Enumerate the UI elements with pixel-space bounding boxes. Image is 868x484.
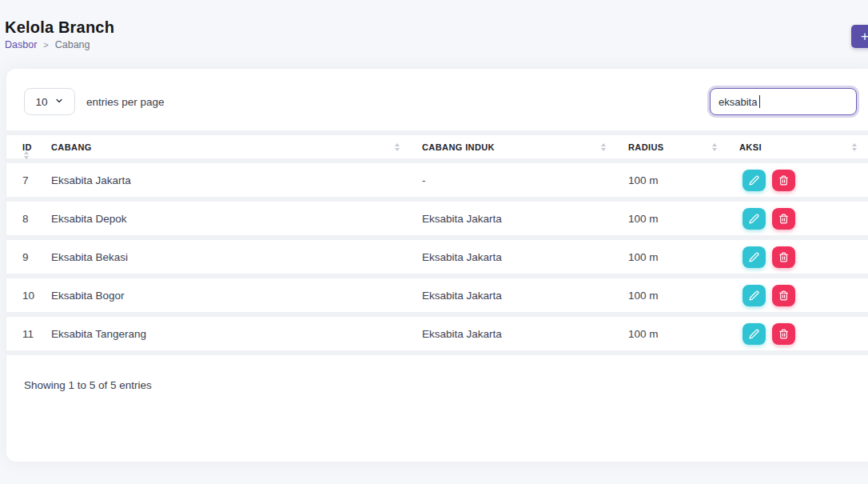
- table-body: 7 Eksabita Jakarta - 100 m 8 Eksabita De…: [6, 161, 868, 353]
- table-row: 7 Eksabita Jakarta - 100 m: [6, 161, 868, 199]
- branch-table: ID CABANG CABANG INDUK RADIUS AKSI: [6, 130, 868, 355]
- entries-per-page-label: entries per page: [86, 88, 165, 115]
- sort-arrows-icon: [24, 151, 29, 159]
- column-label-cabang: CABANG: [51, 142, 92, 152]
- cell-cabang-induk: Eksabita Jakarta: [422, 238, 628, 276]
- column-label-aksi: AKSI: [739, 142, 762, 152]
- column-header-cabang[interactable]: CABANG: [51, 133, 422, 161]
- cell-actions: [739, 314, 868, 353]
- plus-icon: +: [861, 29, 868, 44]
- entries-per-page-select[interactable]: 10: [24, 88, 75, 115]
- cell-id: 10: [6, 276, 51, 314]
- delete-button[interactable]: [772, 285, 795, 306]
- pencil-icon: [749, 329, 759, 339]
- cell-cabang: Eksabita Bekasi: [51, 238, 422, 276]
- search-wrapper: [710, 88, 857, 115]
- sort-arrows-icon: [395, 143, 400, 151]
- pencil-icon: [749, 290, 759, 301]
- sort-arrows-icon: [852, 143, 857, 151]
- sort-arrows-icon: [601, 143, 606, 151]
- edit-button[interactable]: [743, 323, 766, 345]
- branch-table-card: 10 entries per page ID CABANG: [6, 69, 868, 462]
- cell-id: 8: [6, 199, 51, 238]
- trash-icon: [778, 252, 789, 262]
- pencil-icon: [749, 175, 759, 186]
- add-branch-button[interactable]: +: [851, 25, 868, 48]
- pencil-icon: [749, 252, 759, 262]
- trash-icon: [778, 290, 789, 301]
- column-label-id: ID: [22, 142, 32, 152]
- cell-radius: 100 m: [628, 238, 739, 276]
- cell-cabang-induk: -: [422, 161, 628, 199]
- cell-radius: 100 m: [628, 161, 739, 199]
- table-header: ID CABANG CABANG INDUK RADIUS AKSI: [6, 133, 868, 161]
- cell-cabang-induk: Eksabita Jakarta: [422, 276, 628, 314]
- breadcrumb: Dasbor > Cabang: [5, 39, 868, 50]
- delete-button[interactable]: [772, 246, 795, 268]
- entries-summary: Showing 1 to 5 of 5 entries: [24, 379, 868, 391]
- column-header-radius[interactable]: RADIUS: [628, 133, 739, 161]
- delete-button[interactable]: [772, 323, 795, 345]
- text-caret: [759, 95, 760, 108]
- cell-cabang-induk: Eksabita Jakarta: [422, 314, 628, 353]
- cell-cabang: Eksabita Bogor: [51, 276, 422, 314]
- table-row: 8 Eksabita Depok Eksabita Jakarta 100 m: [6, 199, 868, 238]
- column-label-radius: RADIUS: [628, 142, 664, 152]
- cell-radius: 100 m: [628, 314, 739, 353]
- chevron-down-icon: [54, 96, 64, 108]
- edit-button[interactable]: [743, 170, 766, 191]
- cell-actions: [739, 161, 868, 199]
- cell-actions: [739, 276, 868, 314]
- column-label-cabang-induk: CABANG INDUK: [422, 142, 495, 152]
- table-controls: 10 entries per page: [6, 69, 868, 130]
- cell-radius: 100 m: [628, 199, 739, 238]
- breadcrumb-separator-icon: >: [43, 40, 48, 50]
- entries-per-page-value: 10: [35, 96, 47, 108]
- cell-actions: [739, 199, 868, 238]
- cell-actions: [739, 238, 868, 276]
- delete-button[interactable]: [772, 208, 795, 230]
- search-input[interactable]: [710, 88, 857, 115]
- table-row: 11 Eksabita Tangerang Eksabita Jakarta 1…: [6, 314, 868, 353]
- page-header: Kelola Branch Dasbor > Cabang +: [0, 0, 868, 50]
- breadcrumb-link-dasbor[interactable]: Dasbor: [5, 39, 37, 50]
- cell-id: 7: [6, 161, 51, 199]
- sort-arrows-icon: [712, 143, 717, 151]
- page-title: Kelola Branch: [5, 18, 868, 36]
- delete-button[interactable]: [772, 170, 795, 191]
- edit-button[interactable]: [743, 246, 766, 268]
- edit-button[interactable]: [743, 208, 766, 230]
- edit-button[interactable]: [743, 285, 766, 306]
- cell-cabang: Eksabita Jakarta: [51, 161, 422, 199]
- column-header-cabang-induk[interactable]: CABANG INDUK: [422, 133, 628, 161]
- cell-cabang: Eksabita Depok: [51, 199, 422, 238]
- table-header-row: ID CABANG CABANG INDUK RADIUS AKSI: [6, 133, 868, 161]
- column-header-id[interactable]: ID: [6, 133, 51, 161]
- cell-id: 11: [6, 314, 51, 353]
- column-header-aksi[interactable]: AKSI: [739, 133, 868, 161]
- cell-id: 9: [6, 238, 51, 276]
- breadcrumb-current: Cabang: [55, 39, 90, 50]
- trash-icon: [778, 214, 789, 224]
- cell-radius: 100 m: [628, 276, 739, 314]
- cell-cabang: Eksabita Tangerang: [51, 314, 422, 353]
- table-row: 10 Eksabita Bogor Eksabita Jakarta 100 m: [6, 276, 868, 314]
- trash-icon: [778, 329, 789, 339]
- pencil-icon: [749, 214, 759, 224]
- table-row: 9 Eksabita Bekasi Eksabita Jakarta 100 m: [6, 238, 868, 276]
- cell-cabang-induk: Eksabita Jakarta: [422, 199, 628, 238]
- trash-icon: [778, 175, 789, 186]
